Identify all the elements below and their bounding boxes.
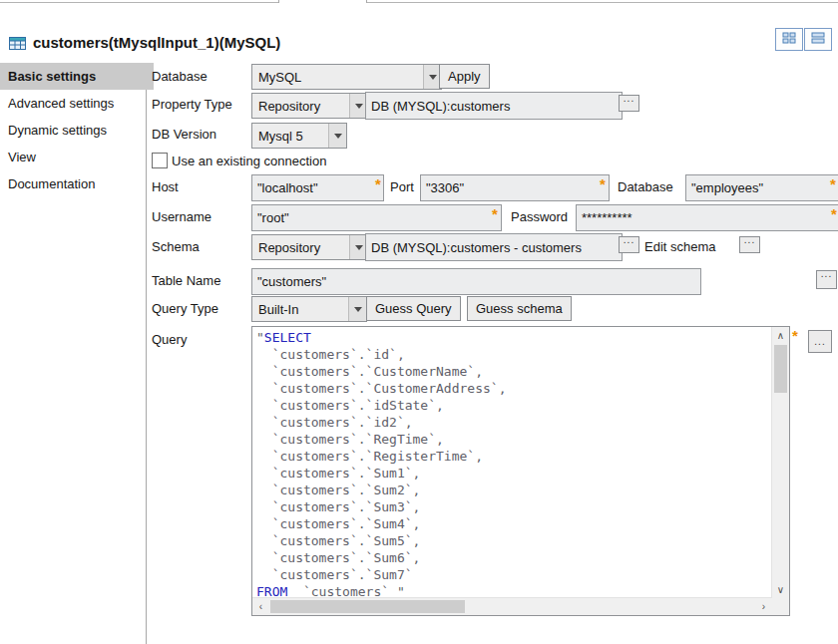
property-type-select[interactable]: Repository	[251, 93, 368, 119]
required-marker: *	[375, 175, 381, 192]
schema-repository-browse-button[interactable]: ...	[619, 236, 639, 253]
required-marker: *	[831, 205, 837, 222]
required-marker: *	[830, 175, 836, 192]
query-line: `customers`.`id2`,	[256, 414, 772, 431]
query-editor-content[interactable]: "SELECT `customers`.`id`, `customers`.`C…	[252, 327, 772, 598]
database-select[interactable]: MySQL	[251, 64, 442, 90]
schema-mode-select[interactable]: Repository	[251, 234, 368, 260]
top-tab-edge	[366, 0, 367, 3]
property-type-label: Property Type	[152, 97, 232, 112]
scroll-left-icon[interactable]: ‹	[252, 598, 269, 615]
edit-schema-label: Edit schema	[644, 239, 716, 254]
password-field[interactable]: **********	[576, 204, 838, 231]
query-line: `customers`.`Sum2`,	[256, 482, 772, 498]
database-select-value: MySQL	[258, 70, 301, 85]
database-name-value: "employees"	[691, 180, 763, 195]
host-label: Host	[152, 179, 179, 194]
required-marker: *	[792, 327, 798, 344]
horizontal-layout-icon	[811, 32, 825, 47]
sidebar-item-label: Advanced settings	[8, 96, 114, 111]
property-repository-field[interactable]: DB (MYSQL):customers	[365, 92, 623, 120]
edit-schema-button[interactable]: ...	[739, 236, 760, 253]
sidebar-item-dynamic-settings[interactable]: Dynamic settings	[0, 117, 154, 144]
query-type-select-value: Built-In	[258, 302, 298, 317]
sidebar-item-view[interactable]: View	[0, 144, 154, 170]
sidebar-item-documentation[interactable]: Documentation	[0, 170, 154, 197]
property-repository-value: DB (MYSQL):customers	[371, 99, 510, 114]
schema-label: Schema	[152, 239, 200, 254]
existing-connection-checkbox[interactable]	[152, 153, 168, 168]
query-line: `customers`.`idState`,	[256, 397, 772, 414]
query-line: FROM `customers` "	[256, 583, 772, 598]
existing-connection-label: Use an existing connection	[172, 154, 326, 168]
host-value: "localhost"	[257, 180, 318, 195]
property-repository-browse-button[interactable]: ...	[619, 95, 639, 112]
db-version-select-value: Mysql 5	[258, 129, 303, 144]
top-tab-edge	[278, 0, 279, 3]
chevron-down-icon	[328, 124, 346, 148]
component-settings-panel: { "header": { "title": "customers(tMysql…	[0, 0, 838, 644]
schema-repository-field[interactable]: DB (MYSQL):customers - customers	[365, 233, 623, 261]
password-label: Password	[511, 209, 568, 224]
query-type-label: Query Type	[152, 301, 218, 316]
table-name-browse-button[interactable]: ...	[816, 270, 837, 289]
query-type-select[interactable]: Built-In	[251, 296, 367, 322]
required-marker: *	[492, 205, 498, 222]
query-line: `customers`.`Sum7`	[256, 566, 772, 583]
query-line: `customers`.`Sum4`,	[256, 515, 772, 532]
horizontal-layout-button[interactable]	[804, 28, 832, 51]
schema-mode-value: Repository	[258, 240, 320, 255]
username-label: Username	[152, 209, 211, 224]
sidebar-item-basic-settings[interactable]: Basic settings	[0, 63, 154, 90]
query-line: `customers`.`RegTime`,	[256, 431, 772, 448]
query-line: `customers`.`Sum6`,	[256, 549, 772, 566]
query-line: `customers`.`RegisterTime`,	[256, 448, 772, 465]
grid-layout-button[interactable]	[775, 28, 803, 51]
query-line: `customers`.`CustomerName`,	[256, 363, 772, 380]
scroll-down-icon[interactable]: ∨	[772, 581, 789, 598]
db-version-select[interactable]: Mysql 5	[251, 123, 347, 149]
top-tab-divider	[0, 2, 278, 3]
query-line: "SELECT	[256, 329, 772, 346]
db-version-label: DB Version	[152, 127, 216, 142]
sidebar-item-label: Basic settings	[8, 69, 96, 84]
query-line: `customers`.`Sum3`,	[256, 498, 772, 515]
apply-button[interactable]: Apply	[439, 64, 490, 89]
component-icon	[9, 36, 28, 54]
username-field[interactable]: "root"	[251, 204, 502, 231]
vertical-scroll-thumb[interactable]	[774, 345, 787, 393]
horizontal-scroll-thumb[interactable]	[270, 600, 465, 613]
sidebar-item-label: View	[8, 150, 36, 164]
username-value: "root"	[257, 210, 289, 225]
table-name-value: "customers"	[257, 274, 326, 289]
port-field[interactable]: "3306"	[420, 174, 610, 201]
query-line: `customers`.`Sum5`,	[256, 532, 772, 549]
port-label: Port	[390, 179, 414, 194]
top-tab-divider	[367, 2, 838, 3]
port-value: "3306"	[426, 180, 464, 195]
database-name-label: Database	[618, 179, 673, 194]
scroll-up-icon[interactable]: ∧	[772, 327, 789, 344]
schema-repository-value: DB (MYSQL):customers - customers	[371, 240, 582, 255]
sidebar-item-label: Documentation	[8, 176, 95, 191]
host-field[interactable]: "localhost"	[251, 174, 384, 201]
scroll-right-icon[interactable]: ›	[755, 598, 772, 615]
query-vertical-scrollbar[interactable]: ∧ ∨	[771, 327, 789, 598]
chevron-down-icon	[348, 297, 366, 321]
sidebar-item-label: Dynamic settings	[8, 123, 107, 138]
scrollbar-corner	[772, 598, 789, 615]
sidebar-item-advanced-settings[interactable]: Advanced settings	[0, 90, 154, 117]
table-name-label: Table Name	[152, 273, 220, 288]
guess-query-button[interactable]: Guess Query	[366, 296, 461, 321]
page-title: customers(tMysqlInput_1)(MySQL)	[33, 34, 280, 51]
query-browse-button[interactable]: ...	[808, 330, 832, 353]
query-line: `customers`.`Sum1`,	[256, 465, 772, 482]
table-name-field[interactable]: "customers"	[251, 268, 701, 295]
query-line: `customers`.`CustomerAddress`,	[256, 380, 772, 397]
required-marker: *	[600, 175, 606, 192]
guess-schema-button[interactable]: Guess schema	[467, 296, 572, 321]
property-type-select-value: Repository	[258, 99, 320, 114]
query-horizontal-scrollbar[interactable]: ‹ ›	[252, 597, 772, 615]
query-editor[interactable]: "SELECT `customers`.`id`, `customers`.`C…	[251, 326, 790, 616]
database-name-field[interactable]: "employees"	[685, 174, 838, 201]
